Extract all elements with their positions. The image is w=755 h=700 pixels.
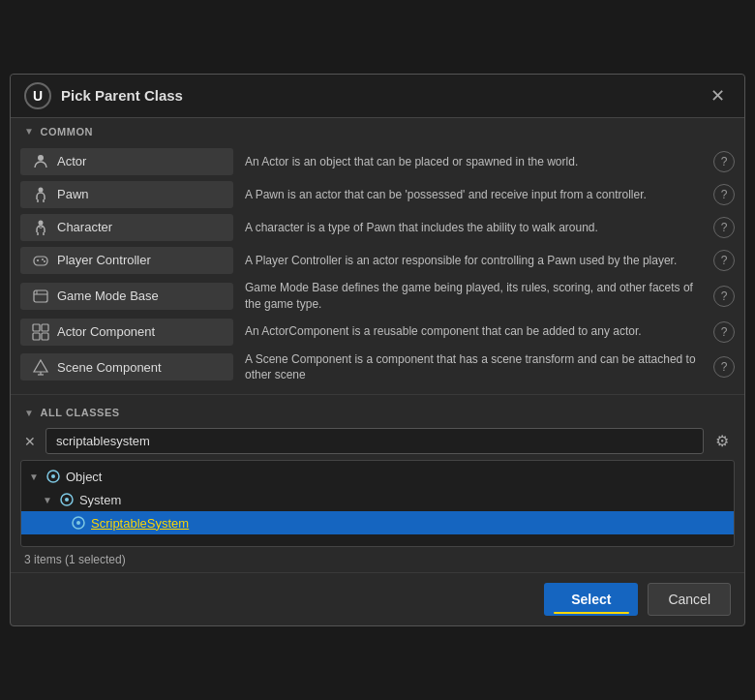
all-classes-label: ALL CLASSES	[40, 407, 119, 418]
character-label: Character	[57, 220, 112, 234]
actor-desc: An Actor is an object that can be placed…	[245, 154, 708, 170]
search-row: ✕ ⚙	[20, 428, 735, 454]
search-settings-icon[interactable]: ⚙	[710, 430, 735, 452]
scene-component-label: Scene Component	[57, 360, 162, 375]
svg-rect-18	[42, 333, 48, 340]
player-controller-button[interactable]: Player Controller	[20, 247, 233, 274]
player-controller-help-icon[interactable]: ?	[713, 250, 735, 271]
tree-item-system[interactable]: ▼ System	[21, 488, 734, 511]
select-button[interactable]: Select	[544, 583, 638, 616]
object-icon	[45, 468, 62, 485]
common-arrow: ▼	[24, 126, 34, 137]
system-icon	[58, 491, 76, 508]
title-bar-left: U Pick Parent Class	[24, 82, 183, 109]
search-input[interactable]	[45, 428, 704, 454]
actor-component-help-icon[interactable]: ?	[713, 321, 735, 343]
common-label: COMMON	[40, 126, 93, 137]
svg-rect-12	[34, 290, 47, 302]
footer: Select Cancel	[11, 572, 744, 625]
tree-area: ▼ Object ▼ System ScriptableSy	[20, 460, 735, 547]
svg-rect-15	[33, 324, 40, 331]
actor-component-label: Actor Component	[57, 324, 155, 339]
pick-parent-class-dialog: U Pick Parent Class ✕ ▼ COMMON Actor An …	[10, 74, 745, 626]
game-mode-base-icon	[32, 288, 49, 305]
common-item-actor-component: Actor Component An ActorComponent is a r…	[20, 316, 735, 349]
svg-point-11	[44, 260, 45, 262]
all-classes-section: ✕ ⚙ ▼ Object ▼ System	[11, 422, 744, 547]
player-controller-icon	[32, 252, 49, 269]
actor-help-icon[interactable]: ?	[713, 151, 735, 172]
common-section-header: ▼ COMMON	[11, 118, 744, 141]
scene-component-button[interactable]: Scene Component	[20, 353, 233, 380]
game-mode-base-button[interactable]: Game Mode Base	[20, 283, 233, 310]
actor-icon	[32, 153, 49, 170]
common-item-actor: Actor An Actor is an object that can be …	[20, 145, 735, 178]
tree-item-object[interactable]: ▼ Object	[21, 465, 734, 488]
pawn-button[interactable]: Pawn	[20, 181, 233, 208]
close-button[interactable]: ✕	[705, 83, 731, 108]
svg-point-0	[38, 155, 44, 161]
character-desc: A character is a type of Pawn that inclu…	[245, 220, 708, 236]
actor-label: Actor	[57, 154, 86, 168]
svg-point-1	[39, 187, 44, 192]
character-help-icon[interactable]: ?	[713, 217, 735, 238]
cancel-button[interactable]: Cancel	[648, 583, 731, 616]
scriptable-system-icon	[70, 514, 87, 532]
svg-rect-7	[34, 257, 47, 265]
tree-item-scriptable-system[interactable]: ScriptableSystem	[21, 511, 734, 534]
ue-logo: U	[24, 82, 51, 109]
dialog-title: Pick Parent Class	[61, 87, 183, 104]
all-classes-arrow: ▼	[24, 408, 34, 418]
scene-component-desc: A Scene Component is a component that ha…	[245, 351, 708, 384]
svg-point-25	[65, 498, 69, 502]
character-icon	[32, 219, 49, 236]
svg-point-10	[42, 259, 44, 260]
svg-point-27	[76, 521, 80, 525]
divider	[11, 394, 744, 395]
scene-component-icon	[32, 358, 49, 376]
svg-marker-19	[34, 360, 47, 372]
svg-point-4	[39, 220, 44, 225]
pawn-desc: A Pawn is an actor that can be 'possesse…	[245, 187, 708, 203]
title-bar: U Pick Parent Class ✕	[11, 75, 744, 118]
game-mode-base-help-icon[interactable]: ?	[713, 286, 735, 307]
pawn-icon	[32, 186, 49, 203]
pawn-help-icon[interactable]: ?	[713, 184, 735, 205]
status-bar: 3 items (1 selected)	[11, 547, 744, 572]
pawn-label: Pawn	[57, 187, 89, 201]
common-item-character: Character A character is a type of Pawn …	[20, 211, 735, 244]
search-clear-icon[interactable]: ✕	[20, 434, 40, 449]
system-arrow: ▼	[43, 495, 52, 505]
player-controller-label: Player Controller	[57, 253, 151, 267]
game-mode-base-desc: Game Mode Base defines the game being pl…	[245, 280, 708, 313]
scriptable-system-label: ScriptableSystem	[91, 516, 189, 531]
character-button[interactable]: Character	[20, 214, 233, 241]
actor-button[interactable]: Actor	[20, 148, 233, 175]
actor-component-icon	[32, 323, 49, 341]
svg-point-23	[51, 474, 55, 478]
actor-component-desc: An ActorComponent is a reusable componen…	[245, 323, 708, 340]
svg-rect-17	[33, 333, 40, 340]
system-label: System	[79, 493, 121, 507]
all-classes-section-header: ▼ ALL CLASSES	[11, 399, 744, 422]
object-label: Object	[66, 470, 103, 484]
common-item-game-mode-base: Game Mode Base Game Mode Base defines th…	[20, 277, 735, 316]
status-text: 3 items (1 selected)	[24, 553, 126, 566]
player-controller-desc: A Player Controller is an actor responsi…	[245, 253, 708, 269]
game-mode-base-label: Game Mode Base	[57, 289, 159, 303]
common-item-pawn: Pawn A Pawn is an actor that can be 'pos…	[20, 178, 735, 211]
svg-rect-16	[42, 324, 48, 331]
common-list: Actor An Actor is an object that can be …	[11, 141, 744, 390]
object-arrow: ▼	[29, 472, 39, 482]
common-item-scene-component: Scene Component A Scene Component is a c…	[20, 349, 735, 387]
common-item-player-controller: Player Controller A Player Controller is…	[20, 244, 735, 277]
actor-component-button[interactable]: Actor Component	[20, 319, 233, 346]
scene-component-help-icon[interactable]: ?	[713, 356, 735, 378]
